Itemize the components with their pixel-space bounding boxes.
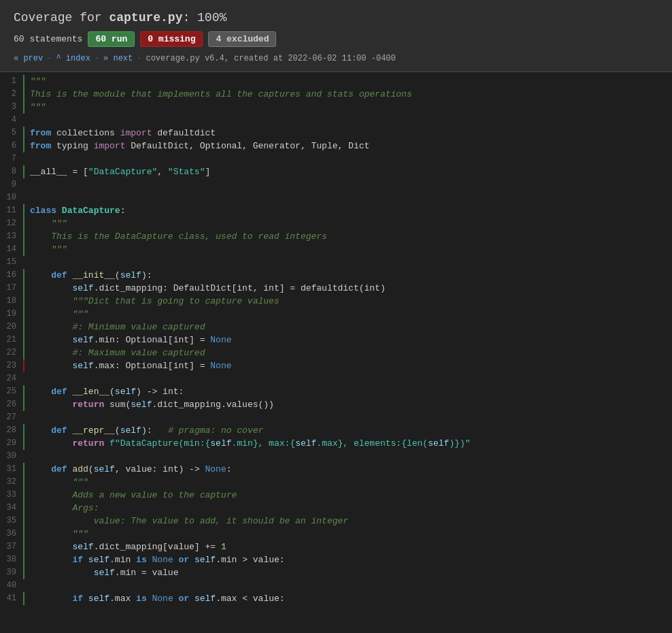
line-content: """ <box>24 243 672 256</box>
navigation: « prev · ^ index · » next · coverage.py … <box>14 54 658 63</box>
code-line: 3""" <box>0 101 672 114</box>
line-number: 39 <box>0 566 24 579</box>
code-line: 27 <box>0 411 672 424</box>
line-content: if self.min is None or self.min > value: <box>24 553 672 566</box>
code-line: 30 <box>0 450 672 463</box>
code-line: 17 self.dict_mapping: DefaultDict[int, i… <box>0 282 672 295</box>
line-content: """ <box>24 75 672 88</box>
code-line: 4 <box>0 114 672 127</box>
nav-index[interactable]: ^ index <box>56 54 90 63</box>
code-line: 14 """ <box>0 243 672 256</box>
line-number: 19 <box>0 308 24 321</box>
line-content: def add(self, value: int) -> None: <box>24 463 672 476</box>
line-content: Adds a new value to the capture <box>24 489 672 502</box>
code-line: 22 #: Maximum value captured <box>0 346 672 359</box>
line-number: 25 <box>0 385 24 398</box>
code-line: 16 def __init__(self): <box>0 269 672 282</box>
page-title: Coverage for capture.py: 100% <box>14 11 658 25</box>
code-line: 1""" <box>0 75 672 88</box>
line-content: self.min: Optional[int] = None <box>24 334 672 346</box>
code-line: 28 def __repr__(self): # pragma: no cove… <box>0 424 672 437</box>
nav-next[interactable]: » next <box>103 54 133 63</box>
line-number: 28 <box>0 424 24 437</box>
line-content: self.dict_mapping: DefaultDict[int, int]… <box>24 282 672 295</box>
code-line: 24 <box>0 372 672 385</box>
line-content: class DataCapture: <box>24 204 672 217</box>
line-number: 2 <box>0 88 24 101</box>
filename: capture.py <box>109 11 182 25</box>
page-header: Coverage for capture.py: 100% 60 stateme… <box>0 0 672 72</box>
code-line: 38 if self.min is None or self.min > val… <box>0 553 672 566</box>
line-content: from collections import defaultdict <box>24 127 672 140</box>
line-content <box>24 191 672 204</box>
line-content: return f"DataCapture(min:{self.min}, max… <box>24 437 672 450</box>
code-line: 23 self.max: Optional[int] = None <box>0 359 672 372</box>
line-number: 5 <box>0 127 24 140</box>
line-number: 15 <box>0 256 24 269</box>
line-content <box>24 178 672 191</box>
code-line: 36 """ <box>0 528 672 540</box>
line-number: 8 <box>0 165 24 178</box>
line-content: #: Maximum value captured <box>24 346 672 359</box>
line-number: 38 <box>0 553 24 566</box>
line-number: 10 <box>0 191 24 204</box>
line-content: Args: <box>24 502 672 515</box>
line-content <box>24 579 672 592</box>
line-number: 24 <box>0 372 24 385</box>
code-line: 33 Adds a new value to the capture <box>0 489 672 502</box>
line-content: return sum(self.dict_mapping.values()) <box>24 398 672 411</box>
line-number: 37 <box>0 540 24 553</box>
line-number: 14 <box>0 243 24 256</box>
code-line: 31 def add(self, value: int) -> None: <box>0 463 672 476</box>
code-line: 41 if self.max is None or self.max < val… <box>0 592 672 605</box>
line-number: 4 <box>0 114 24 127</box>
line-content: This is the DataCapture class, used to r… <box>24 230 672 243</box>
code-line: 35 value: The value to add, it should be… <box>0 515 672 528</box>
code-line: 18 """Dict that is going to capture valu… <box>0 295 672 308</box>
line-content: This is the module that implements all t… <box>24 88 672 101</box>
line-content: #: Minimum value captured <box>24 321 672 334</box>
line-number: 11 <box>0 204 24 217</box>
nav-info: coverage.py v6.4, created at 2022-06-02 … <box>146 54 395 63</box>
line-number: 22 <box>0 346 24 359</box>
coverage-label: Coverage for <box>14 11 109 25</box>
line-content: """ <box>24 101 672 114</box>
code-line: 12 """ <box>0 217 672 230</box>
line-number: 36 <box>0 528 24 540</box>
badge-run: 60 run <box>88 31 135 47</box>
line-number: 40 <box>0 579 24 592</box>
line-number: 16 <box>0 269 24 282</box>
code-line: 2This is the module that implements all … <box>0 88 672 101</box>
line-content: """ <box>24 308 672 321</box>
line-number: 30 <box>0 450 24 463</box>
line-number: 3 <box>0 101 24 114</box>
line-content: value: The value to add, it should be an… <box>24 515 672 528</box>
line-content <box>24 114 672 127</box>
line-number: 17 <box>0 282 24 295</box>
line-number: 32 <box>0 476 24 489</box>
line-content <box>24 450 672 463</box>
code-line: 39 self.min = value <box>0 566 672 579</box>
code-line: 7 <box>0 152 672 165</box>
line-content: def __repr__(self): # pragma: no cover <box>24 424 672 437</box>
code-line: 13 This is the DataCapture class, used t… <box>0 230 672 243</box>
line-number: 41 <box>0 592 24 605</box>
line-number: 18 <box>0 295 24 308</box>
code-line: 34 Args: <box>0 502 672 515</box>
line-content: self.dict_mapping[value] += 1 <box>24 540 672 553</box>
line-content: self.max: Optional[int] = None <box>24 359 672 372</box>
coverage-pct: : 100% <box>182 11 226 25</box>
line-number: 27 <box>0 411 24 424</box>
line-content: if self.max is None or self.max < value: <box>24 592 672 605</box>
line-number: 13 <box>0 230 24 243</box>
code-line: 25 def __len__(self) -> int: <box>0 385 672 398</box>
nav-prev[interactable]: « prev <box>14 54 43 63</box>
line-content: """ <box>24 476 672 489</box>
line-content <box>24 256 672 269</box>
code-line: 40 <box>0 579 672 592</box>
line-content: def __init__(self): <box>24 269 672 282</box>
line-number: 31 <box>0 463 24 476</box>
code-line: 8__all__ = ["DataCapture", "Stats"] <box>0 165 672 178</box>
code-line: 32 """ <box>0 476 672 489</box>
badge-missing: 0 missing <box>140 31 203 47</box>
